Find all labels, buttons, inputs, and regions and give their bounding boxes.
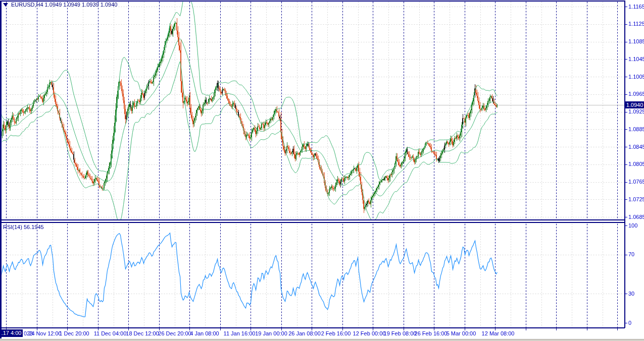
time-label: 5 Mar 00:00 (447, 330, 476, 337)
time-label: 26 Feb 16:00 (415, 330, 448, 337)
time-label: 26 Jan 08:00 (288, 330, 321, 337)
time-label: 26 Dec 20:00 (158, 330, 191, 337)
rsi-tick-label: 100 (628, 222, 637, 229)
rsi-tick-label: 0 (628, 320, 631, 326)
quote-line: EURUSD,H4 1.0949 1.0949 1.0939 1.0940 (11, 2, 117, 8)
price-tick-label: 1.0965 (628, 91, 644, 97)
time-label: 4 Jan 08:00 (190, 330, 219, 337)
time-label: 11 Jan 16:00 (224, 330, 256, 337)
price-tick-label: 1.1165 (628, 4, 644, 10)
price-tick-label: 1.1045 (628, 56, 644, 63)
time-label: 12 Feb 00:00 (353, 330, 386, 337)
time-label: 11 Dec 04:00 (94, 330, 127, 337)
time-label: 1 Dec 20:00 (59, 330, 89, 337)
window-bottom-strip (0, 339, 644, 341)
mt4-chart-window: EURUSD,H4 1.0949 1.0949 1.0939 1.0940 RS… (0, 0, 644, 341)
rsi-indicator-label: RSI(14) 56.1945 (3, 224, 44, 230)
rsi-tick-label: 70 (628, 251, 634, 258)
time-label: 2 Feb 16:00 (321, 330, 351, 337)
price-tick-label: 1.0725 (628, 196, 644, 203)
price-tick-label: 1.0885 (628, 126, 644, 133)
price-tick-label: 1.0765 (628, 179, 644, 185)
rsi-tick-label: 30 (628, 291, 634, 297)
price-tick-label: 1.0805 (628, 161, 644, 167)
price-tick-label: 1.1125 (628, 21, 644, 27)
price-tick-label: 1.0925 (628, 108, 644, 115)
price-tick-label: 1.1005 (628, 74, 644, 80)
time-label: 24 Nov 12:00 (28, 330, 61, 337)
partial-year-label: 023 (24, 330, 33, 337)
price-chart-canvas[interactable] (0, 0, 644, 341)
time-label: 12 Mar 08:00 (482, 330, 515, 337)
time-label: 19 Feb 08:00 (384, 330, 417, 337)
selected-time-badge: .17 4:00 (0, 329, 23, 337)
time-label: 19 Jan 00:00 (255, 330, 287, 337)
symbol-dropdown-icon (3, 3, 8, 7)
price-tick-label: 1.0685 (628, 214, 644, 220)
quote-header: EURUSD,H4 1.0949 1.0949 1.0939 1.0940 (3, 2, 117, 8)
current-price-badge: 1.0940 (625, 101, 644, 108)
price-tick-label: 1.0845 (628, 144, 644, 150)
time-label: 18 Dec 12:00 (126, 330, 159, 337)
price-tick-label: 1.1085 (628, 38, 644, 45)
